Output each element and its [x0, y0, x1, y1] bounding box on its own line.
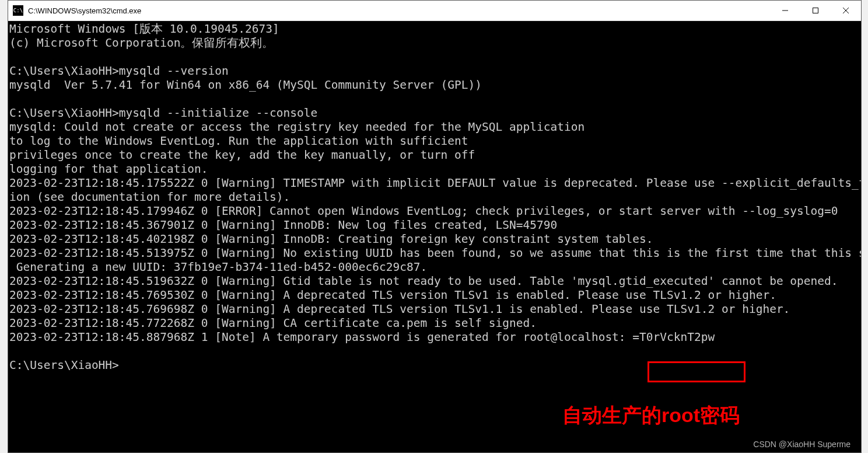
window-title: C:\WINDOWS\system32\cmd.exe	[28, 6, 770, 15]
minimize-icon	[782, 7, 789, 14]
minimize-button[interactable]	[770, 1, 800, 20]
close-icon	[842, 7, 849, 14]
app-icon: C:\	[13, 5, 23, 16]
maximize-button[interactable]	[800, 1, 831, 20]
watermark-text: CSDN @XiaoHH Superme	[753, 440, 850, 449]
svg-rect-1	[813, 8, 818, 13]
maximize-icon	[812, 7, 819, 14]
cmd-window: C:\ C:\WINDOWS\system32\cmd.exe Microsof…	[8, 0, 862, 453]
terminal-output[interactable]: Microsoft Windows [版本 10.0.19045.2673] (…	[8, 21, 861, 452]
close-button[interactable]	[831, 1, 861, 20]
window-controls	[770, 1, 861, 20]
titlebar[interactable]: C:\ C:\WINDOWS\system32\cmd.exe	[8, 1, 861, 21]
annotation-text: 自动生产的root密码	[562, 402, 740, 429]
